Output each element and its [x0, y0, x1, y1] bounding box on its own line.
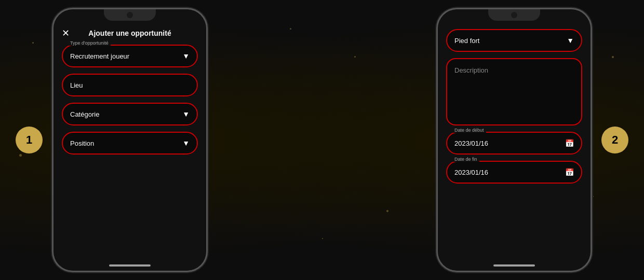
field-pied-fort-input[interactable]: Pied fort ▼	[446, 29, 582, 52]
phone-right-notch	[488, 9, 540, 21]
step-2-label: 2	[612, 133, 618, 147]
field-lieu: Lieu	[62, 74, 198, 96]
calendar-icon-fin: 📅	[565, 168, 574, 176]
modal-header: ✕ Ajouter une opportunité	[62, 29, 198, 37]
dropdown-arrow-1: ▼	[182, 52, 190, 60]
step-1-label: 1	[26, 133, 32, 147]
phone-left-notch-inner	[127, 12, 133, 18]
field-date-fin-value: 2023/01/16	[454, 169, 488, 176]
field-position-value: Position	[70, 139, 94, 147]
modal-title: Ajouter une opportunité	[88, 29, 171, 37]
field-type-opportunite: Type d'opportunité Recrutement joueur ▼	[62, 45, 198, 67]
calendar-icon-debut: 📅	[565, 139, 574, 147]
dropdown-arrow-pied: ▼	[567, 36, 574, 45]
field-position: Position ▼	[62, 132, 198, 155]
home-indicator-right	[493, 264, 535, 267]
phone-right-frame: Pied fort ▼ Description Date de début 20…	[436, 8, 592, 272]
field-date-debut: Date de début 2023/01/16 📅	[446, 132, 582, 155]
field-date-fin: Date de fin 2023/01/16 📅	[446, 161, 582, 184]
step-1-circle: 1	[16, 127, 43, 153]
field-type-value: Recrutement joueur	[70, 52, 129, 60]
field-categorie-value: Catégorie	[70, 110, 99, 118]
modal-close-button[interactable]: ✕	[62, 27, 70, 39]
dropdown-arrow-3: ▼	[182, 139, 190, 147]
field-lieu-value: Lieu	[70, 81, 83, 89]
phone-right-notch-inner	[511, 12, 517, 18]
step-2-circle: 2	[601, 127, 628, 153]
field-type-label: Type d'opportunité	[68, 40, 111, 46]
field-date-debut-value: 2023/01/16	[454, 139, 488, 147]
phone-left-frame: ✕ Ajouter une opportunité Type d'opportu…	[52, 8, 208, 272]
field-pied-fort: Pied fort ▼	[446, 29, 582, 52]
phone-right-screen: Pied fort ▼ Description Date de début 20…	[438, 9, 591, 271]
field-categorie: Catégorie ▼	[62, 103, 198, 125]
field-description-value: Description	[454, 66, 488, 74]
home-indicator-left	[109, 264, 151, 267]
field-date-fin-label: Date de fin	[452, 157, 479, 162]
field-lieu-input[interactable]: Lieu	[62, 74, 198, 96]
field-description: Description	[446, 58, 582, 125]
phone-left-screen: ✕ Ajouter une opportunité Type d'opportu…	[53, 9, 206, 271]
field-position-input[interactable]: Position ▼	[62, 132, 198, 155]
field-type-input[interactable]: Recrutement joueur ▼	[62, 45, 198, 67]
field-categorie-input[interactable]: Catégorie ▼	[62, 103, 198, 125]
phone-left-notch	[104, 9, 156, 21]
field-date-debut-input[interactable]: 2023/01/16 📅	[446, 132, 582, 155]
field-pied-fort-value: Pied fort	[454, 37, 479, 45]
field-date-debut-label: Date de début	[452, 128, 486, 133]
field-description-input[interactable]: Description	[446, 58, 582, 125]
field-date-fin-input[interactable]: 2023/01/16 📅	[446, 161, 582, 184]
phone-right: Pied fort ▼ Description Date de début 20…	[436, 8, 592, 272]
phone-left: ✕ Ajouter une opportunité Type d'opportu…	[52, 8, 208, 272]
dropdown-arrow-2: ▼	[182, 110, 190, 118]
